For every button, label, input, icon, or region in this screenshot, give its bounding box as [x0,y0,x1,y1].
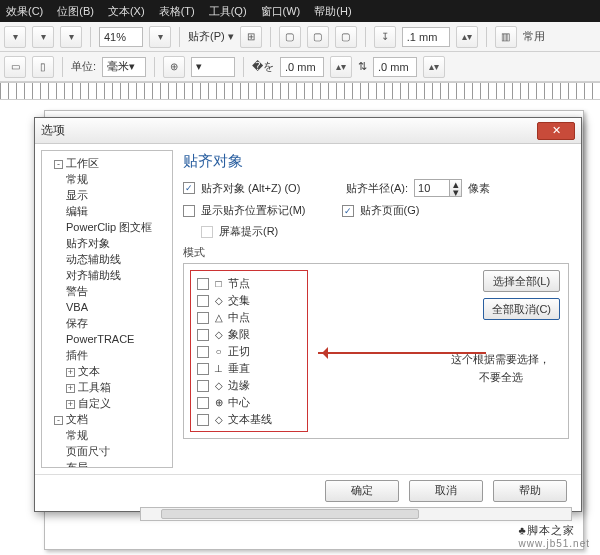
options-tree[interactable]: -工作区常规显示编辑PowerClip 图文框贴齐对象动态辅助线对齐辅助线警告V… [41,150,173,468]
snap-radius-spinner[interactable]: ▴▾ [414,179,462,197]
spinner-buttons-icon[interactable]: ▴▾ [449,180,461,196]
mode-item[interactable]: ◇边缘 [197,377,301,394]
mode-item[interactable]: □节点 [197,275,301,292]
modes-group: □节点◇交集△中点◇象限○正切⊥垂直◇边缘⊕中心◇文本基线 选择全部(L) 全部… [183,263,569,439]
tree-node[interactable]: -文档 [54,411,170,427]
deselect-all-button[interactable]: 全部取消(C) [483,298,560,320]
tree-node[interactable]: +工具箱 [66,379,170,395]
tree-node[interactable]: 对齐辅助线 [66,267,170,283]
tree-toggle-icon[interactable]: - [54,416,63,425]
menu-tools[interactable]: 工具(Q) [209,4,247,19]
tree-node[interactable]: 保存 [66,315,170,331]
page-icon[interactable]: ▭ [4,56,26,78]
tree-node[interactable]: VBA [66,299,170,315]
mode-checkbox[interactable] [197,278,209,290]
tree-node-label: 自定义 [78,397,111,409]
mode-checkbox[interactable] [197,363,209,375]
dx-stepper-icon[interactable]: ▴▾ [330,56,352,78]
zoom-dropdown-icon[interactable]: ▾ [149,26,171,48]
tree-node[interactable]: 动态辅助线 [66,251,170,267]
snap-menu[interactable]: 贴齐(P) ▾ [188,29,234,44]
tree-node[interactable]: 常规 [66,427,170,443]
mode-checkbox[interactable] [197,346,209,358]
menu-bitmap[interactable]: 位图(B) [57,4,94,19]
tree-toggle-icon[interactable]: + [66,384,75,393]
origin-icon[interactable]: ⊕ [163,56,185,78]
dy-stepper-icon[interactable]: ▴▾ [423,56,445,78]
toolbar-main: ▾ ▾ ▾ 41% ▾ 贴齐(P) ▾ ⊞ ▢ ▢ ▢ ↧ .1 mm ▴▾ ▥… [0,22,600,52]
dup-distance-x[interactable]: ▾ [191,57,235,77]
unit-select[interactable]: 毫米 ▾ [102,57,146,77]
tool-icon[interactable]: ▾ [32,26,54,48]
mode-checkbox[interactable] [197,329,209,341]
tool-icon[interactable]: ↧ [374,26,396,48]
cancel-button[interactable]: 取消 [409,480,483,502]
mode-checkbox[interactable] [197,312,209,324]
tool-icon[interactable]: ▾ [4,26,26,48]
snap-page-checkbox[interactable] [342,205,354,217]
tree-node-label: 布局 [66,461,88,468]
zoom-field[interactable]: 41% [99,27,143,47]
select-all-button[interactable]: 选择全部(L) [483,270,560,292]
orient-icon[interactable]: ▯ [32,56,54,78]
tree-node[interactable]: 贴齐对象 [66,235,170,251]
separator [154,57,155,77]
mode-item[interactable]: ⊕中心 [197,394,301,411]
horizontal-scrollbar[interactable] [140,507,572,521]
tree-toggle-icon[interactable]: + [66,400,75,409]
menu-table[interactable]: 表格(T) [159,4,195,19]
tree-node[interactable]: 布局 [66,459,170,468]
dy-field[interactable]: .0 mm [373,57,417,77]
mode-item[interactable]: ◇交集 [197,292,301,309]
mode-label: 节点 [228,275,250,292]
layout-icon[interactable]: ▥ [495,26,517,48]
mode-checkbox[interactable] [197,414,209,426]
show-snap-marks-checkbox[interactable] [183,205,195,217]
layout-mode[interactable]: 常用 [523,29,545,44]
help-button[interactable]: 帮助 [493,480,567,502]
snap-objects-checkbox[interactable] [183,182,195,194]
nudge-field[interactable]: .1 mm [402,27,450,47]
tool-icon[interactable]: ⊞ [240,26,262,48]
tree-node[interactable]: PowerTRACE [66,331,170,347]
ok-button[interactable]: 确定 [325,480,399,502]
tool-icon[interactable]: ▢ [307,26,329,48]
mode-item[interactable]: ○正切 [197,343,301,360]
menu-effects[interactable]: 效果(C) [6,4,43,19]
mode-item[interactable]: ⊥垂直 [197,360,301,377]
tree-node[interactable]: 页面尺寸 [66,443,170,459]
mode-checkbox[interactable] [197,380,209,392]
menu-text[interactable]: 文本(X) [108,4,145,19]
tree-node[interactable]: 编辑 [66,203,170,219]
tree-node-label: 工作区 [66,157,99,169]
stepper-icon[interactable]: ▴▾ [456,26,478,48]
tree-node[interactable]: 警告 [66,283,170,299]
mode-item[interactable]: △中点 [197,309,301,326]
mode-checkbox[interactable] [197,295,209,307]
menu-window[interactable]: 窗口(W) [261,4,301,19]
snap-radius-input[interactable] [415,180,449,196]
mode-checkbox[interactable] [197,397,209,409]
mode-item[interactable]: ◇象限 [197,326,301,343]
dx-field[interactable]: .0 mm [280,57,324,77]
tree-toggle-icon[interactable]: + [66,368,75,377]
tree-node[interactable]: +自定义 [66,395,170,411]
mode-glyph-icon: ◇ [213,292,224,309]
tree-toggle-icon[interactable]: - [54,160,63,169]
tree-node-label: 警告 [66,285,88,297]
tree-node[interactable]: 显示 [66,187,170,203]
tool-icon[interactable]: ▾ [60,26,82,48]
tree-node-label: 对齐辅助线 [66,269,121,281]
menu-help[interactable]: 帮助(H) [314,4,351,19]
tree-node[interactable]: -工作区 [54,155,170,171]
tree-node[interactable]: PowerClip 图文框 [66,219,170,235]
tree-node[interactable]: 常规 [66,171,170,187]
tool-icon[interactable]: ▢ [279,26,301,48]
close-icon[interactable]: ✕ [537,122,575,140]
mode-item[interactable]: ◇文本基线 [197,411,301,428]
tool-icon[interactable]: ▢ [335,26,357,48]
tree-node[interactable]: +文本 [66,363,170,379]
dialog-titlebar[interactable]: 选项 ✕ [35,118,581,144]
tree-node[interactable]: 插件 [66,347,170,363]
scrollbar-thumb[interactable] [161,509,419,519]
